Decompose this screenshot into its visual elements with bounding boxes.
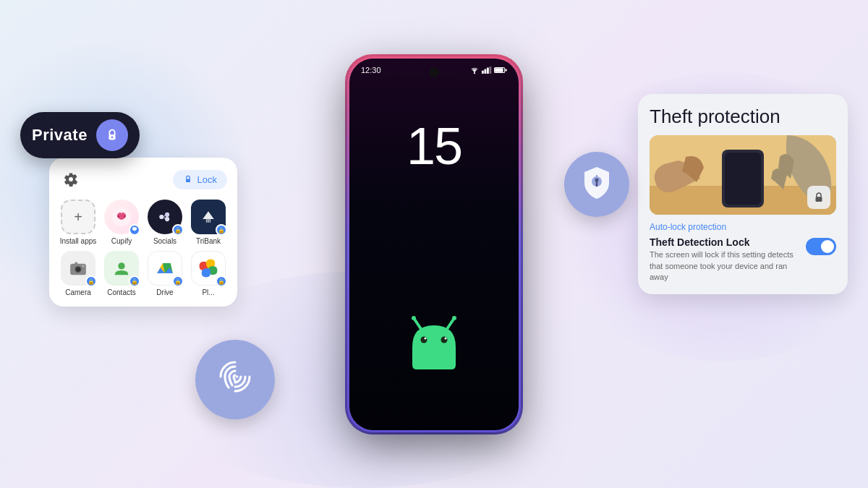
lock-icon (104, 127, 120, 143)
phone-body: 12:30 (347, 56, 521, 432)
svg-point-21 (82, 265, 84, 267)
svg-rect-28 (485, 69, 487, 73)
socials-icon: 🔒 (148, 200, 182, 234)
theft-detection-title: Theft Detection Lock (650, 236, 799, 248)
auto-lock-label: Auto-lock protection (650, 222, 836, 232)
svg-rect-27 (482, 70, 484, 73)
drive-label: Drive (156, 288, 173, 296)
tribank-badge: 🔒 (216, 224, 227, 236)
battery-icon (494, 67, 507, 74)
svg-rect-33 (505, 69, 506, 71)
theft-card: Theft protection Auto-lock protection (638, 94, 848, 294)
theft-detection-text: Theft Detection Lock The screen will loc… (650, 236, 799, 283)
theft-image-lock-icon (807, 186, 830, 209)
app-drawer: Lock + Install apps Cupify (49, 158, 237, 307)
svg-point-5 (123, 215, 125, 218)
svg-point-26 (474, 72, 475, 73)
svg-rect-2 (186, 179, 190, 182)
svg-point-1 (111, 136, 114, 138)
app-item-photos[interactable]: 🔒 Pl... (190, 251, 227, 296)
tribank-icon: 🔒 (191, 200, 226, 234)
theft-detection-row: Theft Detection Lock The screen will loc… (650, 236, 836, 283)
svg-rect-14 (208, 219, 209, 223)
svg-point-39 (441, 336, 448, 343)
svg-point-4 (118, 215, 120, 218)
svg-rect-29 (487, 67, 489, 73)
lock-label: Lock (197, 174, 217, 185)
camera-icon: 🔒 (61, 251, 95, 286)
socials-label: Socials (153, 237, 176, 245)
fingerprint-icon (213, 355, 257, 404)
theft-detection-desc: The screen will lock if this setting det… (650, 249, 799, 283)
wifi-icon (469, 66, 480, 74)
tribank-label: TriBank (196, 237, 221, 245)
photos-badge: 🔒 (216, 275, 227, 287)
lock-button[interactable]: Lock (173, 170, 227, 189)
theft-detection-toggle[interactable]: ✓ (806, 238, 836, 255)
cupify-label: Cupify (111, 237, 132, 245)
svg-rect-32 (495, 68, 503, 72)
private-lock-button[interactable] (96, 119, 128, 151)
install-apps-label: Install apps (60, 237, 97, 245)
private-pill[interactable]: Private (20, 112, 140, 158)
gear-button[interactable] (59, 168, 82, 191)
phone-notch (429, 67, 439, 77)
socials-badge: 🔒 (172, 224, 184, 236)
cupify-badge (129, 224, 140, 236)
svg-point-8 (165, 213, 169, 217)
svg-point-41 (445, 337, 447, 339)
phone-number: 15 (407, 116, 461, 176)
camera-label: Camera (65, 288, 91, 296)
signal-icon (482, 66, 492, 74)
cupify-icon (104, 200, 139, 234)
app-item-install[interactable]: + Install apps (59, 200, 97, 245)
svg-point-36 (412, 316, 416, 320)
svg-point-40 (425, 337, 427, 339)
svg-point-6 (156, 207, 174, 226)
app-grid: + Install apps Cupify (59, 200, 227, 296)
svg-rect-48 (816, 197, 822, 202)
theft-image (650, 135, 836, 215)
svg-point-9 (165, 217, 169, 221)
theft-title: Theft protection (650, 106, 836, 128)
contacts-icon: 🔒 (104, 251, 139, 286)
app-drawer-header: Lock (59, 168, 227, 191)
svg-rect-47 (725, 153, 761, 205)
app-item-socials[interactable]: 🔒 Socials (146, 200, 184, 245)
svg-rect-30 (490, 67, 492, 74)
photos-icon: 🔒 (191, 251, 226, 286)
app-item-cupify[interactable]: Cupify (103, 200, 140, 245)
shield-bubble (564, 152, 629, 217)
svg-point-19 (76, 267, 80, 271)
shield-icon (579, 164, 615, 205)
status-icons (469, 66, 507, 74)
svg-rect-20 (75, 262, 77, 264)
app-item-drive[interactable]: 🔒 Drive (146, 251, 184, 296)
app-item-camera[interactable]: 🔒 Camera (59, 251, 97, 296)
contacts-label: Contacts (107, 288, 135, 296)
svg-point-38 (421, 336, 427, 343)
drive-badge: 🔒 (172, 275, 184, 287)
lock-small-icon (183, 174, 193, 184)
install-apps-icon: + (61, 200, 95, 234)
phone-time: 12:30 (361, 66, 381, 74)
app-item-contacts[interactable]: 🔒 Contacts (103, 251, 140, 296)
fingerprint-bubble (195, 340, 275, 419)
gear-icon (64, 172, 78, 187)
photos-label: Pl... (202, 288, 214, 296)
contacts-badge: 🔒 (129, 275, 140, 287)
phone-screen: 12:30 (349, 59, 519, 430)
svg-rect-13 (206, 219, 208, 223)
app-item-tribank[interactable]: 🔒 TriBank (190, 200, 227, 245)
phone-container: 12:30 (347, 56, 521, 432)
android-mascot (398, 314, 470, 372)
svg-point-37 (452, 316, 456, 320)
camera-badge: 🔒 (85, 275, 97, 287)
svg-point-23 (118, 262, 124, 269)
toggle-check-icon: ✓ (826, 242, 833, 252)
drive-icon: 🔒 (148, 251, 182, 286)
svg-rect-15 (210, 219, 211, 223)
svg-point-7 (159, 215, 163, 219)
private-label: Private (32, 126, 88, 145)
